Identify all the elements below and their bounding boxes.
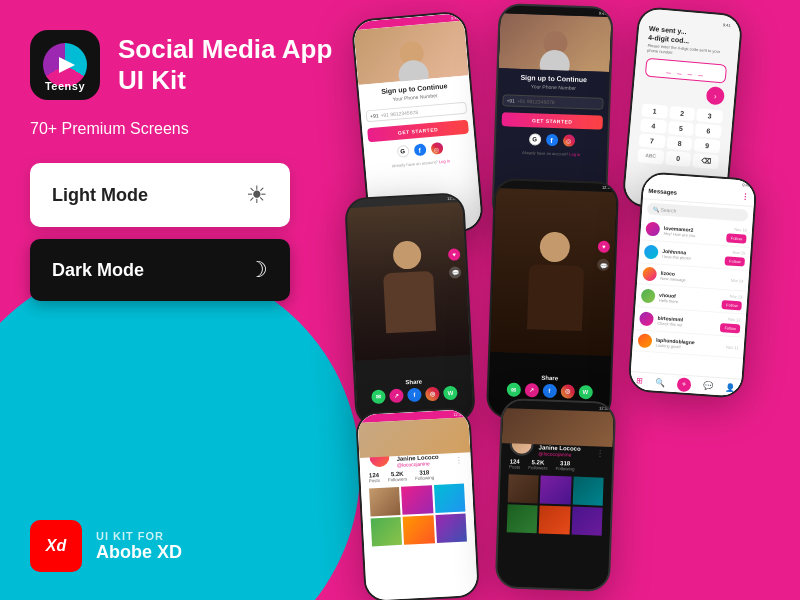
chat-screen: 9:41 Messages ⋮ 🔍 Search lovemamor2 Hey!… — [630, 173, 756, 396]
video-bg-5: ♥ 💬 — [490, 188, 617, 356]
follow-btn-4[interactable]: Follow — [722, 300, 742, 310]
follow-btn-5[interactable]: Follow — [720, 323, 740, 333]
add-nav-icon[interactable]: + — [677, 377, 692, 392]
key-8[interactable]: 8 — [666, 136, 693, 151]
chat-time-6: Nov 11 — [726, 344, 739, 350]
facebook-icon-2[interactable]: f — [545, 134, 557, 146]
key-4[interactable]: 4 — [640, 118, 667, 133]
wa-share-icon-5[interactable]: W — [578, 384, 592, 398]
profile-text-7: Janine Lococo @lococojanine — [396, 454, 439, 468]
key-abc[interactable]: ABC — [637, 148, 664, 164]
fb-share-icon-5[interactable]: f — [542, 383, 556, 397]
chat-info-6: laphundoblagne Looking good! — [656, 336, 723, 352]
profile-cover-7 — [358, 417, 471, 458]
ig-share-icon-5[interactable]: ◎ — [560, 384, 574, 398]
chat-meta-3: Nov 14 — [731, 277, 744, 283]
whatsapp-icon-4[interactable]: ✉ — [371, 389, 386, 404]
chat-list: lovemamor2 Hey! How are you Nov 16 Follo… — [632, 217, 752, 358]
profile-more-8[interactable]: ⋮ — [596, 449, 604, 458]
whatsapp-icon-5[interactable]: ✉ — [506, 382, 520, 396]
key-2[interactable]: 2 — [669, 106, 696, 121]
chat-info-2: Johhnnna I love this photo! — [662, 247, 722, 262]
share1-icon-4[interactable]: ↗ — [389, 388, 404, 403]
light-mode-button[interactable]: Light Mode ☀ — [30, 163, 290, 227]
like-icon[interactable]: ♥ — [448, 248, 461, 261]
key-6[interactable]: 6 — [695, 123, 722, 138]
xd-name: Abobe XD — [96, 542, 182, 562]
chat-info-5: birtosimml Check this out — [657, 314, 717, 329]
otp-input[interactable]: _ _ _ _ — [645, 58, 727, 84]
grid-img-5 — [403, 515, 435, 545]
key-5[interactable]: 5 — [668, 121, 695, 136]
phone-number-1: +91 9812345678 — [380, 109, 418, 118]
phone-input-2[interactable]: +91 +91 9812345678 — [502, 94, 603, 110]
fb-share-icon-4[interactable]: f — [407, 387, 422, 402]
facebook-icon-1[interactable]: f — [413, 143, 426, 156]
home-nav-icon[interactable]: ⊞ — [636, 376, 644, 385]
header: Teensy Social Media App UI Kit — [0, 0, 370, 120]
sun-icon: ☀ — [246, 181, 268, 209]
share1-icon-5[interactable]: ↗ — [524, 383, 538, 397]
google-icon-2[interactable]: G — [528, 133, 540, 145]
key-9[interactable]: 9 — [694, 138, 721, 153]
moon-icon: ☽ — [248, 257, 268, 283]
dark-grid-img-4 — [507, 504, 538, 533]
stat-following-dark: 318Following — [555, 460, 574, 472]
profile-text-8: Janine Lococo @lococojanine — [538, 444, 580, 457]
profile-cover-8 — [502, 408, 614, 447]
dark-comment-icon[interactable]: 💬 — [597, 259, 609, 271]
social-row-2: G f ◎ — [496, 132, 607, 148]
key-3[interactable]: 3 — [696, 108, 723, 123]
get-started-btn-1[interactable]: GET STARTED — [367, 120, 469, 143]
time-6: 9:41 — [742, 182, 750, 188]
stat-following: 318Following — [415, 469, 435, 481]
follow-btn-2[interactable]: Follow — [725, 256, 745, 266]
google-icon-1[interactable]: G — [396, 145, 409, 158]
chat-more-icon[interactable]: ⋮ — [741, 192, 750, 202]
dark-mode-button[interactable]: Dark Mode ☽ — [30, 239, 290, 301]
action-icons: ♥ 💬 — [448, 248, 462, 279]
dark-grid-img-2 — [540, 475, 571, 504]
dark-profile-screen: 12:30 Janine Lococo @lococojanine ⋮ 124P… — [497, 400, 614, 590]
person-body-4 — [383, 271, 436, 334]
play-icon — [59, 57, 75, 73]
wa-share-icon-4[interactable]: W — [443, 385, 458, 400]
person-head-4 — [392, 240, 421, 269]
get-started-btn-2[interactable]: GET STARTED — [502, 112, 603, 130]
light-profile-screen: 12:30 Janine Lococo @lococojanine ⋮ 124P… — [357, 409, 478, 600]
chat-time-3: Nov 14 — [731, 277, 744, 283]
instagram-icon-1[interactable]: ◎ — [430, 142, 443, 155]
time-7: 12:30 — [453, 411, 463, 417]
follow-btn-1[interactable]: Follow — [727, 233, 747, 243]
share-label-4: Share — [405, 378, 422, 385]
search-nav-icon[interactable]: 🔍 — [655, 378, 666, 388]
key-0[interactable]: 0 — [665, 151, 692, 167]
grid-img-4 — [371, 517, 403, 547]
chat-nav-icon[interactable]: 💬 — [703, 381, 714, 391]
phone-number-2: +91 9812345678 — [517, 98, 555, 105]
ig-share-icon-4[interactable]: ◎ — [425, 386, 440, 401]
key-1[interactable]: 1 — [641, 103, 668, 118]
signup-footer-2: Already have an account? Log in — [496, 147, 607, 160]
chat-meta-5: Nov 12 Follow — [720, 316, 741, 333]
profile-stats-8: 124Posts 5.2KFollowers 318Following — [509, 458, 604, 472]
grid-img-3 — [434, 484, 466, 514]
person-4 — [381, 240, 435, 323]
instagram-icon-2[interactable]: ◎ — [562, 134, 574, 146]
xd-logo: Xd — [30, 520, 82, 572]
key-7[interactable]: 7 — [639, 133, 666, 148]
logo-text: Teensy — [45, 80, 85, 92]
video-person-5 — [490, 188, 617, 356]
chat-meta-6: Nov 11 — [726, 344, 739, 350]
key-del[interactable]: ⌫ — [692, 153, 719, 169]
chat-time-5: Nov 12 — [728, 317, 741, 323]
dark-like-icon[interactable]: ♥ — [598, 241, 610, 253]
profile-more-7[interactable]: ⋮ — [454, 456, 462, 465]
flag-1: +91 — [370, 112, 379, 119]
light-mode-label: Light Mode — [52, 185, 148, 206]
otp-next-btn[interactable]: › — [643, 81, 725, 106]
xd-prefix: UI KIT FOR — [96, 530, 182, 542]
profile-nav-icon[interactable]: 👤 — [725, 383, 736, 393]
comment-icon[interactable]: 💬 — [449, 266, 462, 279]
chat-time-2: Nov 15 — [733, 250, 746, 256]
